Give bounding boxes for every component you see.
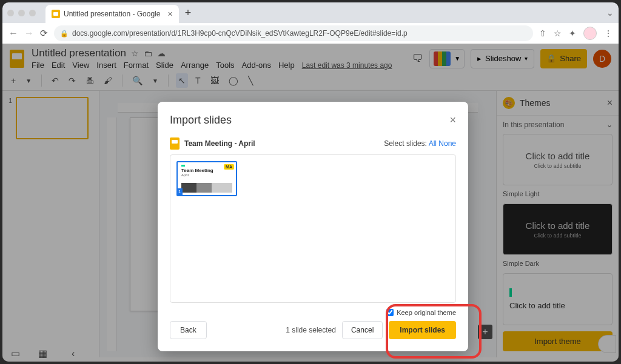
- browser-profile-avatar[interactable]: [583, 27, 597, 40]
- new-slide-button[interactable]: +: [8, 73, 18, 88]
- selected-count: 1 slide selected: [286, 326, 336, 334]
- redo-button[interactable]: ↷: [66, 73, 78, 88]
- menu-bar: File Edit View Insert Format Slide Arran…: [32, 61, 392, 70]
- slide-thumbnail[interactable]: [16, 97, 89, 139]
- browser-tab[interactable]: Untitled presentation - Google ×: [45, 5, 179, 23]
- menu-edit[interactable]: Edit: [52, 61, 65, 70]
- slides-file-icon: [170, 137, 180, 150]
- keep-original-theme-checkbox[interactable]: Keep original theme: [386, 309, 456, 316]
- import-slides-button[interactable]: Import slides: [389, 321, 456, 339]
- tab-overflow-icon[interactable]: ⌄: [606, 8, 614, 18]
- chevron-left-icon[interactable]: ‹: [72, 348, 75, 359]
- slides-logo-icon[interactable]: [8, 48, 25, 70]
- extensions-icon[interactable]: ✦: [569, 28, 576, 38]
- shape-tool[interactable]: ◯: [226, 73, 241, 88]
- themes-section-header[interactable]: In this presentation ⌄: [497, 116, 619, 134]
- last-edit-link[interactable]: Last edit was 3 minutes ago: [302, 61, 392, 70]
- star-icon[interactable]: ☆: [131, 48, 139, 58]
- meet-button[interactable]: ▼: [429, 49, 465, 68]
- paint-format-button[interactable]: 🖌: [101, 73, 115, 88]
- select-none-link[interactable]: None: [438, 139, 456, 148]
- lock-icon: 🔒: [546, 54, 556, 63]
- avatar-badge: MA: [224, 164, 234, 170]
- slide-filmstrip: 1: [2, 91, 99, 357]
- chevron-down-icon[interactable]: ▼: [23, 75, 34, 87]
- print-button[interactable]: 🖶: [83, 73, 96, 88]
- back-button[interactable]: ←: [8, 28, 18, 39]
- select-tool[interactable]: ↖: [176, 73, 188, 88]
- menu-tools[interactable]: Tools: [216, 61, 234, 70]
- slideshow-button[interactable]: ▸ Slideshow ▾: [471, 49, 534, 68]
- dialog-title: Import slides: [170, 114, 232, 127]
- add-speaker-notes-button[interactable]: +: [478, 325, 492, 339]
- menu-format[interactable]: Format: [124, 61, 149, 70]
- move-icon[interactable]: 🗀: [144, 48, 152, 58]
- window-controls[interactable]: [7, 10, 36, 16]
- image-tool[interactable]: 🖼: [208, 73, 221, 88]
- theme-card-streamline[interactable]: Click to add title: [503, 273, 613, 325]
- url-input[interactable]: 🔒 docs.google.com/presentation/d/1RL3H9c…: [54, 25, 533, 41]
- theme-card-simple-light[interactable]: Click to add title Click to add subtitle: [503, 134, 613, 185]
- browser-menu-icon[interactable]: ⋮: [604, 28, 613, 38]
- new-tab-button[interactable]: +: [185, 7, 192, 19]
- back-button[interactable]: Back: [170, 321, 207, 339]
- theme-name-label: Simple Light: [503, 189, 613, 200]
- tab-close-icon[interactable]: ×: [167, 9, 172, 19]
- vertical-ruler: [107, 117, 116, 351]
- share-page-icon[interactable]: ⇧: [539, 28, 546, 38]
- bookmark-icon[interactable]: ☆: [554, 28, 562, 38]
- themes-icon: 🎨: [503, 97, 515, 109]
- chevron-down-icon: ⌄: [606, 121, 613, 129]
- menu-addons[interactable]: Add-ons: [242, 61, 271, 70]
- theme-name-label: Simple Dark: [503, 259, 613, 270]
- cloud-status-icon[interactable]: ☁: [157, 48, 166, 58]
- dialog-close-button[interactable]: ×: [449, 114, 456, 127]
- keep-theme-input[interactable]: [386, 309, 394, 316]
- share-button[interactable]: 🔒 Share: [540, 49, 587, 68]
- menu-view[interactable]: View: [72, 61, 89, 70]
- menu-help[interactable]: Help: [278, 61, 295, 70]
- theme-card-simple-dark[interactable]: Click to add title Click to add subtitle: [503, 204, 613, 255]
- slide-preview-image: [181, 183, 232, 193]
- chevron-down-icon[interactable]: ▼: [150, 75, 161, 87]
- explore-button[interactable]: [598, 335, 616, 353]
- import-theme-button[interactable]: Import theme: [503, 331, 613, 351]
- close-themes-button[interactable]: ×: [607, 98, 613, 108]
- themes-panel: 🎨 Themes × In this presentation ⌄ Click …: [496, 91, 619, 357]
- meet-icon: [434, 51, 451, 66]
- import-slides-dialog: Import slides × Team Meeting - April Sel…: [158, 102, 468, 351]
- slides-favicon-icon: [52, 10, 60, 18]
- zoom-button[interactable]: 🔍: [130, 73, 145, 88]
- menu-file[interactable]: File: [32, 61, 44, 70]
- cancel-button[interactable]: Cancel: [342, 321, 383, 339]
- line-tool[interactable]: ╲: [246, 73, 255, 88]
- view-mode-strip: ▭ ▦ ‹: [11, 348, 75, 359]
- select-slides-label: Select slides: All None: [384, 139, 456, 148]
- doc-title[interactable]: Untitled presentation: [32, 47, 126, 59]
- comments-icon[interactable]: 🗨: [412, 52, 423, 65]
- menu-slide[interactable]: Slide: [156, 61, 173, 70]
- filmstrip-view-icon[interactable]: ▭: [11, 348, 20, 359]
- user-avatar[interactable]: D: [593, 50, 611, 68]
- close-window-icon[interactable]: [7, 10, 14, 16]
- play-icon: ▸: [477, 54, 482, 63]
- slide-number: 1: [8, 97, 12, 139]
- menu-insert[interactable]: Insert: [96, 61, 116, 70]
- forward-button: →: [24, 28, 34, 39]
- menu-arrange[interactable]: Arrange: [181, 61, 209, 70]
- select-all-link[interactable]: All: [429, 139, 437, 148]
- import-slide-thumb-1[interactable]: MA Team Meeting April 1: [176, 161, 237, 196]
- minimize-window-icon[interactable]: [18, 10, 25, 16]
- chevron-down-icon: ▾: [525, 55, 528, 62]
- browser-tab-strip: Untitled presentation - Google × + ⌄: [2, 2, 619, 23]
- filmstrip-slide-1[interactable]: 1: [8, 97, 93, 139]
- grid-view-icon[interactable]: ▦: [38, 348, 47, 359]
- undo-button[interactable]: ↶: [49, 73, 61, 88]
- reload-button[interactable]: ⟳: [40, 28, 48, 39]
- textbox-tool[interactable]: T: [193, 73, 203, 88]
- slide-picker-grid: MA Team Meeting April 1: [170, 154, 456, 303]
- maximize-window-icon[interactable]: [29, 10, 36, 16]
- url-text: docs.google.com/presentation/d/1RL3H9cp0…: [72, 29, 408, 38]
- lock-icon: 🔒: [60, 30, 69, 38]
- slide-number-badge: 1: [176, 188, 183, 195]
